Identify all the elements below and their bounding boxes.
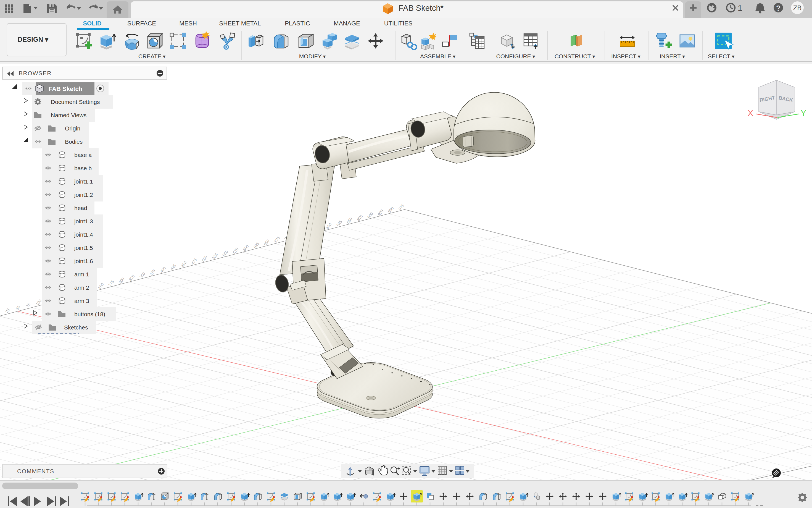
svg-text:buttons (18): buttons (18)	[74, 311, 105, 317]
svg-text:Named Views: Named Views	[51, 112, 87, 118]
svg-text:1: 1	[738, 3, 743, 12]
svg-text:base b: base b	[74, 165, 92, 171]
svg-text:joint1.2: joint1.2	[74, 192, 93, 198]
svg-text:arm 3: arm 3	[74, 298, 89, 304]
svg-text:arm 2: arm 2	[74, 284, 89, 291]
svg-text:Y: Y	[801, 108, 806, 118]
svg-text:joint1.4: joint1.4	[74, 231, 93, 238]
svg-text:X: X	[748, 108, 753, 118]
svg-text:Bodies: Bodies	[65, 138, 83, 145]
svg-text:base a: base a	[74, 152, 92, 158]
svg-text:ZB: ZB	[793, 4, 802, 12]
svg-text:joint1.6: joint1.6	[74, 258, 93, 264]
svg-text:head: head	[74, 205, 87, 211]
svg-text:joint1.3: joint1.3	[74, 218, 93, 224]
svg-text:arm 1: arm 1	[74, 271, 89, 278]
svg-text:Origin: Origin	[65, 125, 80, 132]
svg-text:joint1.1: joint1.1	[74, 178, 93, 185]
svg-text:Document Settings: Document Settings	[51, 99, 100, 105]
svg-text:?: ?	[776, 4, 781, 12]
svg-text:Sketches: Sketches	[64, 324, 88, 331]
svg-text:FAB Sketch: FAB Sketch	[49, 85, 82, 92]
svg-text:joint1.5: joint1.5	[74, 245, 93, 251]
